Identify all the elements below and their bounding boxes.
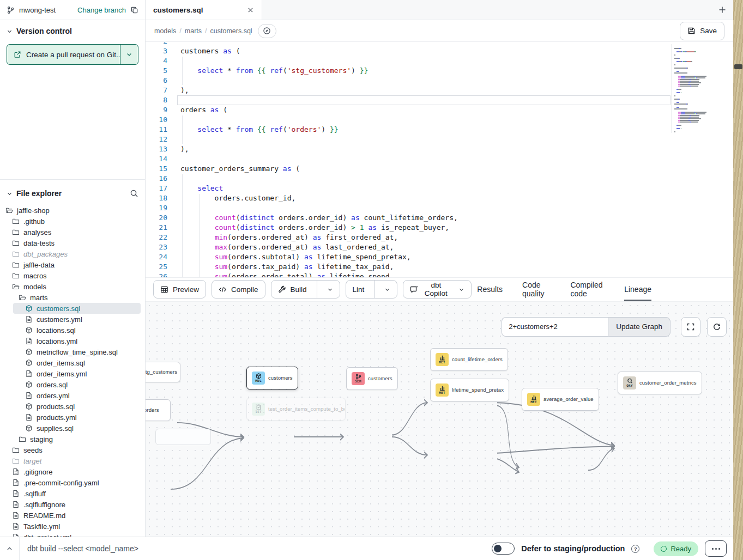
code-line-13[interactable]: 13), xyxy=(146,144,733,154)
code-line-12[interactable]: 12 xyxy=(146,135,733,144)
code-line-25[interactable]: 25 sum(orders.tax_paid) as lifetime_tax_… xyxy=(146,262,733,272)
file-item-target[interactable]: target xyxy=(0,455,145,466)
compile-button[interactable]: Compile xyxy=(212,280,265,299)
file-item-.sqlfluffignore[interactable]: .sqlfluffignore xyxy=(0,499,145,510)
editor-scrollbar-thumb[interactable] xyxy=(734,64,742,69)
tab-customers-sql[interactable]: customers.sql xyxy=(146,0,262,20)
code-line-10[interactable]: 10 xyxy=(146,115,733,125)
code-line-3[interactable]: 3customers as ( xyxy=(146,46,733,56)
file-item-macros[interactable]: macros xyxy=(0,270,145,281)
code-line-6[interactable]: 6 xyxy=(146,76,733,86)
file-item-data-tests[interactable]: data-tests xyxy=(0,238,145,248)
file-item-dbt_packages[interactable]: dbt_packages xyxy=(0,248,145,259)
tab-results[interactable]: Results xyxy=(477,278,503,301)
build-button[interactable]: Build xyxy=(271,280,340,299)
code-line-11[interactable]: 11 select * from {{ ref('orders') }} xyxy=(146,125,733,135)
lineage-node-count_lifetime_orders[interactable]: METcount_lifetime_orders xyxy=(430,348,508,371)
file-item-jaffle-shop[interactable]: jaffle-shop xyxy=(0,205,145,216)
code-line-15[interactable]: 15customer_orders_summary as ( xyxy=(146,164,733,174)
breadcrumb[interactable]: models xyxy=(154,27,176,35)
tab-code-quality[interactable]: Code quality xyxy=(522,278,551,301)
build-dropdown[interactable] xyxy=(322,287,333,293)
chevron-down-icon[interactable] xyxy=(7,191,13,197)
lint-dropdown[interactable] xyxy=(379,287,390,293)
refresh-icon[interactable] xyxy=(707,317,727,337)
file-item-products.yml[interactable]: products.yml xyxy=(0,412,145,423)
lineage-node-lifetime_spend_pretax[interactable]: METlifetime_spend_pretax xyxy=(430,379,509,401)
file-item-customers.sql[interactable]: customers.sql xyxy=(13,303,141,314)
file-item-orders.sql[interactable]: orders.sql xyxy=(0,379,145,390)
code-line-20[interactable]: 20 count(distinct orders.order_id) as co… xyxy=(146,213,733,223)
update-graph-button[interactable]: Update Graph xyxy=(608,317,670,337)
file-item-README.md[interactable]: README.md xyxy=(0,510,145,521)
file-item-supplies.sql[interactable]: supplies.sql xyxy=(0,423,145,434)
lineage-node-average_order_value[interactable]: METaverage_order_value xyxy=(522,388,599,411)
breadcrumb[interactable]: marts xyxy=(185,27,202,35)
new-tab-button[interactable] xyxy=(711,0,733,20)
file-item-order_items.sql[interactable]: order_items.sql xyxy=(0,357,145,368)
fullscreen-icon[interactable] xyxy=(681,317,700,337)
code-line-7[interactable]: 7), xyxy=(146,86,733,95)
code-line-17[interactable]: 17 select xyxy=(146,184,733,193)
create-pr-button[interactable]: Create a pull request on Git... xyxy=(7,45,120,64)
code-editor[interactable]: 23customers as (45 select * from {{ ref(… xyxy=(146,42,733,277)
file-item-metricflow_time_spine.sql[interactable]: metricflow_time_spine.sql xyxy=(0,346,145,357)
lint-button[interactable]: Lint xyxy=(346,280,398,299)
file-item-jaffle-data[interactable]: jaffle-data xyxy=(0,259,145,270)
code-line-24[interactable]: 24 sum(orders.subtotal) as lifetime_spen… xyxy=(146,252,733,262)
lineage-node-partial_node[interactable] xyxy=(155,429,211,445)
file-item-locations.yml[interactable]: locations.yml xyxy=(0,336,145,346)
lineage-node-customers_mdl[interactable]: MDLcustomers xyxy=(246,367,298,389)
compass-icon[interactable] xyxy=(258,24,276,38)
tab-lineage[interactable]: Lineage xyxy=(624,278,651,301)
file-item-marts[interactable]: marts xyxy=(0,292,145,303)
preview-button[interactable]: Preview xyxy=(153,280,206,299)
help-icon[interactable]: ? xyxy=(631,545,639,553)
chevron-up-icon[interactable] xyxy=(0,537,20,560)
code-line-14[interactable]: 14 xyxy=(146,154,733,164)
lineage-node-stg_customers[interactable]: stg_customers xyxy=(146,362,180,382)
code-line-21[interactable]: 21 count(distinct orders.order_id) > 1 a… xyxy=(146,223,733,233)
lineage-filter-input[interactable] xyxy=(502,317,608,337)
copy-icon[interactable] xyxy=(130,6,138,14)
lineage-node-orders[interactable]: orders xyxy=(146,399,171,421)
code-line-4[interactable]: 4 xyxy=(146,56,733,66)
lineage-node-test_order_items[interactable]: TSTtest_order_items_compute_to_bools... xyxy=(246,398,346,421)
change-branch-link[interactable]: Change branch xyxy=(77,6,126,14)
ellipsis-menu-button[interactable] xyxy=(705,540,727,557)
lineage-panel[interactable]: stg_customersordersMDLcustomersTSTtest_o… xyxy=(146,301,733,537)
code-line-9[interactable]: 9orders as ( xyxy=(146,105,733,115)
tab-compiled-code[interactable]: Compiled code xyxy=(570,278,605,301)
code-line-5[interactable]: 5 select * from {{ ref('stg_customers') … xyxy=(146,66,733,76)
file-item-.github[interactable]: .github xyxy=(0,216,145,227)
search-icon[interactable] xyxy=(130,189,138,198)
dbt-copilot-button[interactable]: dbt Copilot xyxy=(403,280,472,299)
file-item-products.sql[interactable]: products.sql xyxy=(0,401,145,412)
command-input[interactable]: dbt build --select <model_name> xyxy=(27,544,138,553)
file-item-dbt_project.yml[interactable]: dbt_project.yml xyxy=(0,532,145,537)
file-item-.pre-commit-config.yaml[interactable]: .pre-commit-config.yaml xyxy=(0,477,145,488)
lineage-node-customers_sem[interactable]: SEMcustomers xyxy=(346,367,398,390)
code-line-26[interactable]: 26 sum(orders.order_total) as lifetime_s… xyxy=(146,272,733,277)
create-pr-dropdown[interactable] xyxy=(120,45,138,64)
file-item-locations.sql[interactable]: locations.sql xyxy=(0,325,145,336)
file-item-Taskfile.yml[interactable]: Taskfile.yml xyxy=(0,521,145,532)
code-line-22[interactable]: 22 min(orders.ordered_at) as first_order… xyxy=(146,233,733,242)
code-line-18[interactable]: 18 orders.customer_id, xyxy=(146,193,733,203)
code-line-16[interactable]: 16 xyxy=(146,174,733,184)
file-item-orders.yml[interactable]: orders.yml xyxy=(0,390,145,401)
file-item-.gitignore[interactable]: .gitignore xyxy=(0,466,145,477)
file-item-analyses[interactable]: analyses xyxy=(0,227,145,238)
code-line-23[interactable]: 23 max(orders.ordered_at) as last_ordere… xyxy=(146,242,733,252)
file-item-.sqlfluff[interactable]: .sqlfluff xyxy=(0,488,145,499)
code-line-19[interactable]: 19 xyxy=(146,203,733,213)
breadcrumb[interactable]: customers.sql xyxy=(210,27,252,35)
lineage-node-customer_order_metrics[interactable]: QRYcustomer_order_metrics xyxy=(618,372,702,394)
copilot-dropdown[interactable] xyxy=(453,287,464,293)
file-item-models[interactable]: models xyxy=(0,281,145,292)
file-item-order_items.yml[interactable]: order_items.yml xyxy=(0,368,145,379)
code-line-2[interactable]: 2 xyxy=(146,42,733,46)
file-item-staging[interactable]: staging xyxy=(0,434,145,445)
save-button[interactable]: Save xyxy=(680,22,724,40)
code-line-8[interactable]: 8 xyxy=(146,95,733,105)
